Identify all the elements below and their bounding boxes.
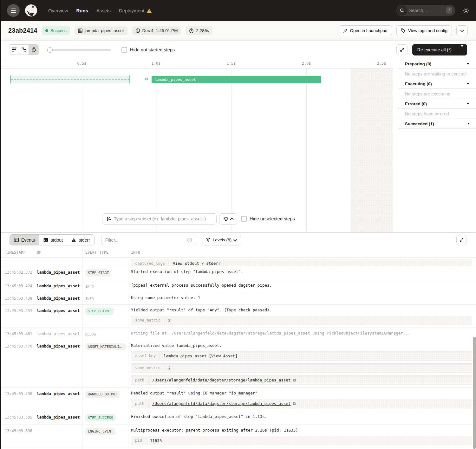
log-message: Started execution of step "lambda_pipes_… bbox=[131, 269, 472, 275]
run-id: 23ab2414 bbox=[8, 27, 37, 34]
reexecute-all-button[interactable]: Re-execute all (*) bbox=[412, 47, 457, 52]
step-section-header[interactable]: Executing (0) bbox=[398, 79, 476, 89]
event-type-badge: HANDLED_OUTPUT bbox=[85, 391, 120, 398]
gantt-bottom-controls: Hide unselected steps bbox=[0, 213, 393, 224]
step-section-title: Succeeded (1) bbox=[405, 121, 434, 126]
search-input[interactable] bbox=[409, 8, 444, 13]
log-info-cell: [pipes] external process successfully op… bbox=[128, 280, 476, 292]
metadata-value: 11635 bbox=[146, 436, 166, 445]
log-row[interactable]: 13:45:03.424lambda_pipes_assetINFO[pipes… bbox=[0, 280, 476, 292]
graph-query-options-button[interactable] bbox=[219, 213, 237, 224]
log-row[interactable]: 13:45:03.453lambda_pipes_assetSTEP_OUTPU… bbox=[0, 305, 476, 328]
run-header: 23ab2414 Success lambda_pipes_asset Dec … bbox=[0, 21, 476, 41]
log-event-type-cell: ENGINE_EVENT bbox=[82, 425, 128, 448]
open-in-launchpad-button[interactable]: Open in Launchpad bbox=[339, 25, 392, 36]
job-tag[interactable]: lambda_pipes_asset bbox=[75, 26, 127, 35]
view-tags-config-button[interactable]: View tags and config bbox=[396, 25, 452, 36]
tab-Events[interactable]: Events bbox=[10, 235, 39, 245]
log-row[interactable]: 13:45:02.372lambda_pipes_assetSTEP_START… bbox=[0, 266, 476, 280]
log-info-cell: Finished execution of run for "__ASSET_J… bbox=[128, 448, 476, 449]
copy-icon[interactable]: ⧉ bbox=[293, 401, 296, 406]
hide-not-started-checkbox[interactable] bbox=[121, 47, 127, 53]
step-section-header[interactable]: Succeeded (1) bbox=[398, 119, 476, 129]
log-row[interactable]: 13:45:03.701-RUN_SUCCESSFinished executi… bbox=[0, 448, 476, 449]
tab-stdout[interactable]: stdout bbox=[39, 235, 67, 245]
stopwatch-icon bbox=[31, 47, 36, 52]
log-info-cell: Multiprocess executor: parent process ex… bbox=[128, 425, 476, 448]
gantt-zoom-slider[interactable] bbox=[47, 47, 111, 52]
log-row[interactable]: 13:45:03.498lambda_pipes_assetHANDLED_OU… bbox=[0, 388, 476, 411]
nav-item-assets[interactable]: Assets bbox=[96, 8, 111, 13]
metadata-table: path/Users/alangenfeld/data/dagster/stor… bbox=[131, 399, 472, 408]
gantt-view-mode-group bbox=[9, 44, 39, 55]
gantt-fullscreen-button[interactable] bbox=[396, 44, 408, 55]
settings-gear-button[interactable] bbox=[463, 8, 469, 14]
event-type-badge: ASSET_MATERIALIZAT… bbox=[85, 343, 126, 350]
expand-icon bbox=[459, 238, 464, 242]
log-row[interactable]: 13:45:03.505lambda_pipes_assetSTEP_SUCCE… bbox=[0, 411, 476, 425]
log-info-cell: Yielded output "result" of type "Any". (… bbox=[128, 305, 476, 328]
log-row[interactable]: 13:45:03.470lambda_pipes_assetASSET_MATE… bbox=[0, 340, 476, 388]
step-subset-input[interactable] bbox=[114, 216, 212, 221]
step-section-header[interactable]: Preparing (0) bbox=[398, 59, 476, 69]
nav-item-deployment[interactable]: Deployment bbox=[119, 8, 152, 13]
stdout-terminal-icon bbox=[43, 238, 48, 242]
slider-track[interactable] bbox=[47, 49, 111, 51]
view-mode-timed-button[interactable] bbox=[29, 45, 39, 55]
log-info-cell: Started execution of step "lambda_pipes_… bbox=[128, 266, 476, 280]
log-message: Materialized value lambda_pipes_asset. bbox=[131, 343, 472, 348]
log-op-cell: lambda_pipes_asset bbox=[33, 280, 82, 292]
log-op-cell: lambda_pipes_asset bbox=[33, 292, 82, 304]
view-mode-flat-button[interactable] bbox=[9, 45, 19, 55]
nav-item-overview[interactable]: Overview bbox=[48, 8, 68, 13]
search-icon bbox=[397, 5, 407, 16]
log-timestamp-cell bbox=[0, 257, 33, 266]
log-message: [pipes] external process successfully op… bbox=[131, 283, 472, 288]
metadata-key: pid bbox=[131, 436, 146, 445]
event-type-badge: STEP_SUCCESS bbox=[85, 414, 115, 421]
tab-label: stdout bbox=[51, 238, 63, 243]
flat-view-icon bbox=[12, 48, 16, 52]
levels-dropdown-button[interactable]: Levels (6) bbox=[202, 235, 241, 245]
global-search[interactable]: / bbox=[396, 5, 455, 16]
log-row[interactable]: 13:45:03.461lambda_pipes_assetDEBUGWriti… bbox=[0, 328, 476, 340]
clear-filter-icon[interactable] bbox=[187, 238, 192, 243]
log-row[interactable]: 13:45:03.696-ENGINE_EVENTMultiprocess ex… bbox=[0, 425, 476, 448]
gantt-step-bar[interactable]: lambda_pipes_asset bbox=[152, 76, 321, 83]
column-separator bbox=[33, 247, 33, 449]
dagster-logo[interactable] bbox=[24, 3, 38, 17]
hide-unselected-checkbox[interactable] bbox=[241, 216, 247, 222]
gantt-step-bar-label: lambda_pipes_asset bbox=[155, 77, 196, 82]
log-row[interactable]: 13:45:03.438lambda_pipes_assetINFOUsing … bbox=[0, 292, 476, 305]
col-info: INFO bbox=[128, 250, 476, 255]
log-message: Using some_parameter value: 1 bbox=[131, 295, 472, 301]
logs-fullscreen-button[interactable] bbox=[456, 235, 466, 245]
column-separator bbox=[82, 247, 82, 449]
log-scrollbar-thumb[interactable] bbox=[473, 337, 476, 449]
metadata-value: 2 bbox=[164, 316, 174, 325]
log-message: Yielded output "result" of type "Any". (… bbox=[131, 308, 472, 313]
reexecute-dropdown-button[interactable] bbox=[457, 47, 467, 53]
hamburger-menu-button[interactable] bbox=[7, 4, 20, 17]
gantt-toolbar: Hide not started steps Re-execute all (*… bbox=[0, 41, 476, 59]
view-asset-link[interactable]: View Asset bbox=[211, 354, 235, 358]
copy-icon[interactable]: ⧉ bbox=[293, 378, 296, 383]
nav-item-runs[interactable]: Runs bbox=[76, 8, 88, 13]
slider-handle[interactable] bbox=[47, 47, 53, 53]
log-op-cell: - bbox=[33, 448, 82, 449]
metadata-link[interactable]: /Users/alangenfeld/data/dagster/storage/… bbox=[152, 378, 291, 382]
axis-tick-label: 1.5s bbox=[227, 61, 236, 66]
stderr-warning-icon bbox=[71, 238, 76, 242]
metadata-key: captured_logs bbox=[131, 259, 169, 266]
metadata-link[interactable]: /Users/alangenfeld/data/dagster/storage/… bbox=[152, 401, 291, 406]
metadata-row: asset_keylambda_pipes_asset[View Asset] bbox=[131, 351, 472, 361]
run-actions-dropdown-button[interactable] bbox=[456, 25, 468, 36]
log-row[interactable]: captured_logsView stdout / stderr bbox=[0, 257, 476, 266]
view-mode-waterfall-button[interactable] bbox=[19, 45, 29, 55]
step-section-title: Executing (0) bbox=[405, 81, 432, 86]
tab-stderr[interactable]: stderr bbox=[67, 235, 94, 245]
log-filter-input[interactable] bbox=[105, 238, 185, 243]
log-info-cell: Writing file at: /Users/alangenfeld/data… bbox=[128, 328, 476, 340]
step-section-header[interactable]: Errored (0) bbox=[398, 99, 476, 109]
event-log-table: TIMESTAMP OP EVENT TYPE INFO captured_lo… bbox=[0, 247, 476, 449]
